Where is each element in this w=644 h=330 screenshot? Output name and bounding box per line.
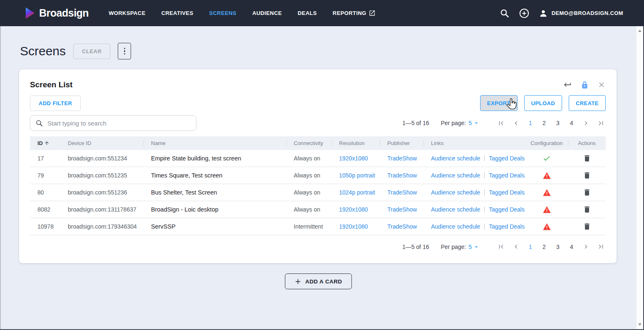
delete-button[interactable] bbox=[583, 222, 591, 231]
column-header-name[interactable]: Name bbox=[144, 136, 286, 150]
warning-icon bbox=[542, 205, 551, 214]
card-tools bbox=[563, 80, 606, 89]
last-page-icon bbox=[597, 119, 605, 127]
page-number-2[interactable]: 2 bbox=[540, 120, 548, 126]
add-circle-icon[interactable] bbox=[519, 8, 530, 19]
card-action-buttons: EXPORT UPLOAD CREATE bbox=[480, 95, 606, 111]
publisher-link[interactable]: TradeShow bbox=[387, 172, 417, 179]
chevron-right-icon bbox=[582, 119, 590, 127]
resolution-link[interactable]: 1050p portrait bbox=[339, 172, 375, 179]
clear-button[interactable]: CLEAR bbox=[73, 44, 110, 59]
prev-page-button[interactable] bbox=[511, 242, 521, 251]
column-header-device-id[interactable]: Device ID bbox=[60, 136, 144, 150]
nav-deals[interactable]: DEALS bbox=[298, 10, 317, 16]
last-page-button[interactable] bbox=[596, 242, 606, 251]
brand-logo[interactable]: Broadsign bbox=[25, 7, 89, 19]
table-row: 80 broadsign.com:551236 Bus Shelter, Tes… bbox=[30, 184, 606, 201]
add-a-card-button[interactable]: ADD A CARD bbox=[285, 273, 352, 289]
per-page-select[interactable]: 5 bbox=[468, 244, 480, 250]
column-header-actions[interactable]: Actions bbox=[568, 136, 606, 150]
next-page-button[interactable] bbox=[581, 242, 591, 251]
nav-audience[interactable]: AUDIENCE bbox=[252, 10, 282, 16]
last-page-button[interactable] bbox=[596, 118, 606, 128]
publisher-link[interactable]: TradeShow bbox=[387, 189, 417, 196]
warning-icon bbox=[542, 171, 551, 180]
nav-screens[interactable]: SCREENS bbox=[209, 10, 237, 16]
page-number-1[interactable]: 1 bbox=[526, 244, 535, 250]
column-header-resolution[interactable]: Resolution bbox=[332, 136, 380, 150]
resolution-link[interactable]: 1920x1080 bbox=[339, 155, 368, 162]
audience-schedule-link[interactable]: Audience schedule bbox=[431, 223, 480, 230]
close-card-button[interactable] bbox=[597, 81, 606, 89]
delete-button[interactable] bbox=[583, 188, 591, 197]
first-page-button[interactable] bbox=[496, 242, 506, 251]
tagged-deals-link[interactable]: Tagged Deals bbox=[489, 172, 525, 179]
tagged-deals-link[interactable]: Tagged Deals bbox=[489, 155, 525, 162]
prev-page-button[interactable] bbox=[511, 118, 521, 128]
delete-button[interactable] bbox=[583, 171, 591, 180]
add-filter-button[interactable]: ADD FILTER bbox=[30, 96, 81, 111]
create-button[interactable]: CREATE bbox=[569, 95, 606, 111]
export-button[interactable]: EXPORT bbox=[480, 95, 518, 111]
scroll-down-icon[interactable] bbox=[638, 323, 642, 326]
delete-button[interactable] bbox=[583, 205, 591, 214]
resolution-link[interactable]: 1920x1080 bbox=[339, 223, 368, 230]
pagination-top: 1—5 of 16 Per page: 5 1 2 3 4 bbox=[402, 118, 606, 128]
add-a-card-label: ADD A CARD bbox=[305, 278, 342, 285]
publisher-link[interactable]: TradeShow bbox=[387, 206, 417, 213]
audience-schedule-link[interactable]: Audience schedule bbox=[431, 172, 480, 179]
table-row: 8082 broadsign.com:131178637 BroadSign -… bbox=[30, 201, 606, 218]
upload-button[interactable]: UPLOAD bbox=[524, 95, 562, 111]
user-menu[interactable]: DEMO@BROADSIGN.COM bbox=[539, 9, 623, 18]
trash-icon bbox=[583, 154, 591, 163]
plus-icon bbox=[295, 278, 302, 285]
trash-icon bbox=[583, 205, 591, 214]
column-header-connectivity[interactable]: Connectivity bbox=[286, 136, 332, 150]
caret-down-icon bbox=[473, 244, 480, 250]
collapse-return-button[interactable] bbox=[563, 80, 572, 89]
more-options-button[interactable] bbox=[118, 43, 131, 59]
audience-schedule-link[interactable]: Audience schedule bbox=[431, 189, 480, 196]
page-number-4[interactable]: 4 bbox=[567, 120, 576, 126]
cell-configuration bbox=[525, 205, 568, 214]
tagged-deals-link[interactable]: Tagged Deals bbox=[489, 223, 525, 230]
resolution-link[interactable]: 1920x1080 bbox=[339, 206, 368, 213]
cell-connectivity: Always on bbox=[286, 189, 332, 196]
nav-creatives[interactable]: CREATIVES bbox=[161, 10, 193, 16]
publisher-link[interactable]: TradeShow bbox=[387, 155, 417, 162]
cell-name: ServSSP bbox=[144, 223, 286, 230]
search-icon[interactable] bbox=[500, 8, 510, 18]
publisher-link[interactable]: TradeShow bbox=[387, 223, 417, 230]
main-menu: WORKSPACE CREATIVES SCREENS AUDIENCE DEA… bbox=[109, 10, 376, 17]
page-number-1[interactable]: 1 bbox=[526, 120, 535, 126]
cell-configuration bbox=[525, 154, 568, 163]
tagged-deals-link[interactable]: Tagged Deals bbox=[489, 189, 525, 196]
column-header-links[interactable]: Links bbox=[424, 136, 525, 150]
cell-configuration bbox=[525, 188, 568, 197]
audience-schedule-link[interactable]: Audience schedule bbox=[431, 206, 480, 213]
cell-id: 80 bbox=[30, 189, 60, 196]
next-page-button[interactable] bbox=[581, 118, 591, 128]
lock-button[interactable] bbox=[580, 81, 589, 89]
page-number-3[interactable]: 3 bbox=[554, 120, 562, 126]
per-page-select[interactable]: 5 bbox=[468, 120, 480, 126]
search-input[interactable] bbox=[47, 120, 191, 127]
audience-schedule-link[interactable]: Audience schedule bbox=[431, 155, 480, 162]
nav-reporting[interactable]: REPORTING bbox=[333, 10, 376, 17]
delete-button[interactable] bbox=[583, 154, 591, 163]
resolution-link[interactable]: 1024p portrait bbox=[339, 189, 375, 196]
page-number-4[interactable]: 4 bbox=[567, 244, 576, 250]
column-header-configuration[interactable]: Configuration bbox=[525, 136, 568, 150]
chevron-left-icon bbox=[512, 243, 520, 251]
column-header-publisher[interactable]: Publisher bbox=[380, 136, 424, 150]
column-header-id[interactable]: ID bbox=[30, 136, 60, 150]
lock-icon bbox=[580, 81, 589, 89]
vertical-scrollbar[interactable] bbox=[636, 26, 643, 329]
card-head: Screen List bbox=[30, 79, 606, 90]
scroll-up-icon[interactable] bbox=[638, 30, 642, 32]
page-number-3[interactable]: 3 bbox=[554, 244, 562, 250]
nav-workspace[interactable]: WORKSPACE bbox=[109, 10, 146, 16]
tagged-deals-link[interactable]: Tagged Deals bbox=[489, 206, 525, 213]
page-number-2[interactable]: 2 bbox=[540, 244, 548, 250]
first-page-button[interactable] bbox=[496, 118, 506, 128]
